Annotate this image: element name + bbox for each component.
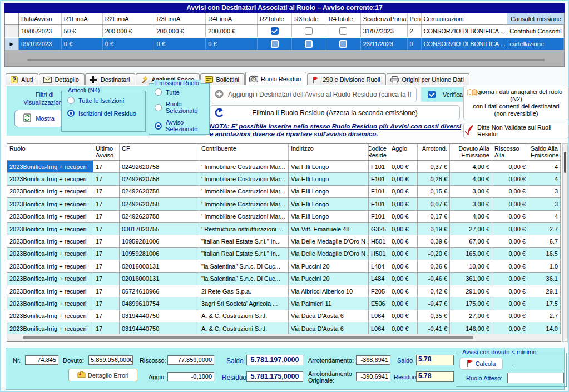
table-cell[interactable]: 0,00 € bbox=[492, 198, 528, 210]
table-cell[interactable]: "la Salentina" S.n.c. Di Cuc... bbox=[199, 260, 289, 272]
table-cell[interactable]: 4 bbox=[528, 173, 561, 185]
table-cell[interactable]: ' Restructura-ristrutturazioni ... bbox=[199, 223, 289, 235]
table-cell[interactable]: 2023Bonifica-Irrig + recuperi bbox=[7, 173, 93, 185]
table-cell[interactable]: H501 bbox=[369, 248, 389, 260]
column-header-r3finoa[interactable]: R3FinoA bbox=[154, 13, 206, 24]
table-cell[interactable]: Via Puccini 20 bbox=[289, 260, 369, 272]
table-cell[interactable]: 0,00 € bbox=[492, 297, 528, 310]
avvisi-grid[interactable]: DataAvvisoR1FinoAR2FinoAR3FinoAR4FinoAR2… bbox=[4, 13, 565, 67]
table-cell[interactable]: 2023Bonifica-Irrig + recuperi bbox=[7, 198, 93, 210]
table-cell[interactable]: 0,00 € bbox=[389, 248, 418, 260]
grid-cell[interactable] bbox=[292, 38, 326, 50]
cell-checkbox[interactable] bbox=[271, 27, 279, 35]
horizontal-scrollbar-thumb[interactable] bbox=[23, 336, 473, 339]
table-cell[interactable]: 02016000131 bbox=[120, 260, 199, 272]
table-cell[interactable]: 2023Bonifica-Irrig + recuperi bbox=[7, 211, 93, 223]
avvisi-grid-row[interactable]: 10/05/202350 €200.000 €200.000 €200.000 … bbox=[5, 25, 564, 37]
table-cell[interactable]: 02016000131 bbox=[120, 273, 199, 285]
table-cell[interactable]: 0,00 € bbox=[389, 273, 418, 285]
table-cell[interactable]: -0,17 € bbox=[418, 211, 450, 223]
table-cell[interactable]: L064 bbox=[369, 310, 389, 322]
column-header-r2finoa[interactable]: R2FinoA bbox=[103, 13, 155, 24]
table-row[interactable]: 2023Bonifica-Irrig + recuperi17024926207… bbox=[7, 161, 561, 173]
table-cell[interactable]: 0,37 € bbox=[418, 161, 450, 173]
grid-cell[interactable]: 200.000 € bbox=[103, 25, 155, 37]
grid-cell[interactable]: Contributi Consortil bbox=[507, 25, 564, 37]
nr-field[interactable]: 74.845 bbox=[25, 355, 58, 365]
saldo-arr-field[interactable]: 5.78 bbox=[416, 355, 454, 365]
table-row[interactable]: 2023Bonifica-Irrig + recuperi17048996107… bbox=[7, 297, 561, 310]
grid-cell[interactable]: 23/11/2023 bbox=[361, 38, 408, 50]
table-cell[interactable]: Via Delle Medaglie D'Oro N ... bbox=[289, 235, 369, 247]
column-header-r1finoa[interactable]: R1FinoA bbox=[62, 13, 103, 24]
table-cell[interactable]: 0,00 € bbox=[492, 173, 528, 185]
table-cell[interactable]: 4,00 € bbox=[450, 161, 492, 173]
table-row[interactable]: 2023Bonifica-Irrig + recuperi17067246109… bbox=[7, 285, 561, 297]
table-cell[interactable]: ' Immobiliare Costruzioni Mar... bbox=[199, 211, 289, 223]
table-cell[interactable]: 4,00 € bbox=[450, 173, 492, 185]
table-cell[interactable]: Via Duca D'Aosta 6 bbox=[289, 310, 369, 322]
grid-cell[interactable]: 09/10/2023 bbox=[19, 38, 62, 50]
column-header-aggio[interactable]: Aggio bbox=[389, 144, 418, 160]
table-cell[interactable]: 17.5 bbox=[528, 297, 561, 310]
table-cell[interactable]: H501 bbox=[369, 235, 389, 247]
verifica-checkbox[interactable] bbox=[428, 91, 436, 98]
table-cell[interactable]: 2023Bonifica-Irrig + recuperi bbox=[7, 285, 93, 297]
table-row[interactable]: 2023Bonifica-Irrig + recuperi17109592810… bbox=[7, 235, 561, 247]
column-header-r2totale[interactable]: R2Totale bbox=[258, 13, 292, 24]
table-cell[interactable]: 27,00 € bbox=[450, 223, 492, 235]
table-cell[interactable]: 16.5 bbox=[528, 248, 561, 260]
table-cell[interactable]: 10959281006 bbox=[120, 235, 199, 247]
table-cell[interactable]: ' Immobiliare Costruzioni Mar... bbox=[199, 198, 289, 210]
table-cell[interactable]: L484 bbox=[369, 273, 389, 285]
column-header-comunicazioni[interactable]: Comunicazioni bbox=[422, 13, 508, 24]
radio-tutte-iscrizioni[interactable]: Tutte le Iscrizioni bbox=[67, 97, 145, 104]
grid-cell[interactable] bbox=[258, 25, 292, 37]
radio-tutte[interactable]: Tutte bbox=[155, 88, 209, 96]
table-cell[interactable]: -0,28 € bbox=[418, 173, 450, 185]
table-cell[interactable]: -0,19 € bbox=[418, 223, 450, 235]
calcola-button[interactable]: Calcola bbox=[459, 358, 503, 370]
table-cell[interactable]: 0,00 € bbox=[389, 198, 418, 210]
tab-aiuti[interactable]: ? Aiuti bbox=[6, 73, 38, 85]
arrotondamento-field[interactable]: -368,6941 bbox=[356, 355, 390, 365]
ruolo-residuo-table[interactable]: RuoloUltimo AvvisoCFContribuenteIndirizz… bbox=[7, 143, 561, 342]
table-cell[interactable]: Via F.lli Longo bbox=[289, 186, 369, 198]
table-cell[interactable]: 0,00 € bbox=[389, 211, 418, 223]
elimina-ruolo-button[interactable]: Elimina il Ruolo Residuo (Azzera la seco… bbox=[210, 105, 460, 120]
column-header-causaleemissione[interactable]: CausaleEmissione bbox=[507, 13, 564, 24]
table-cell[interactable]: 02492620758 bbox=[120, 161, 199, 173]
table-cell[interactable]: A. & C. Costruzioni S.r.l. bbox=[199, 310, 289, 322]
table-cell[interactable]: G325 bbox=[369, 223, 389, 235]
tab-290-divisione[interactable]: 290 e Divisione Ruoli bbox=[307, 73, 385, 85]
column-header-peric[interactable]: Peric bbox=[408, 13, 422, 24]
table-cell[interactable]: 175,00 € bbox=[450, 297, 492, 310]
grid-cell[interactable]: 50 € bbox=[62, 25, 103, 37]
table-cell[interactable]: 2023Bonifica-Irrig + recuperi bbox=[7, 161, 93, 173]
table-cell[interactable]: 3,00 € bbox=[450, 198, 492, 210]
table-cell[interactable]: 0,00 € bbox=[492, 235, 528, 247]
table-cell[interactable]: 291,00 € bbox=[450, 285, 492, 297]
vertical-scrollbar-thumb[interactable] bbox=[564, 152, 566, 173]
table-cell[interactable]: 10,00 € bbox=[450, 260, 492, 272]
grid-cell[interactable]: 200.000 € bbox=[154, 25, 206, 37]
table-cell[interactable]: ' Immobiliare Costruzioni Mar... bbox=[199, 186, 289, 198]
aggio-field[interactable]: -0,1000 bbox=[167, 372, 214, 381]
grid-cell[interactable] bbox=[292, 25, 326, 37]
table-cell[interactable]: Via F.lli Longo bbox=[289, 173, 369, 185]
table-cell[interactable]: F101 bbox=[369, 198, 389, 210]
column-header-r4finoa[interactable]: R4FinoA bbox=[206, 13, 258, 24]
table-cell[interactable]: E506 bbox=[369, 297, 389, 310]
column-header-arrotond-[interactable]: Arrotond. bbox=[418, 144, 450, 160]
grid-cell[interactable]: 0 € bbox=[62, 38, 103, 50]
table-cell[interactable]: 0,00 € bbox=[492, 285, 528, 297]
table-cell[interactable]: 2023Bonifica-Irrig + recuperi bbox=[7, 310, 93, 322]
ruolo-atteso-field[interactable] bbox=[507, 373, 564, 383]
table-cell[interactable]: -0,47 € bbox=[418, 297, 450, 310]
radio-icon[interactable] bbox=[155, 88, 162, 96]
column-header-dataavviso[interactable]: DataAvviso bbox=[19, 13, 62, 24]
column-header-ruolo[interactable]: Ruolo bbox=[7, 144, 93, 160]
table-cell[interactable]: 1.0 bbox=[528, 260, 561, 272]
table-cell[interactable]: "italian Real Estate S.r.l." In... bbox=[199, 248, 289, 260]
table-row[interactable]: 2023Bonifica-Irrig + recuperi17030170207… bbox=[7, 223, 561, 235]
